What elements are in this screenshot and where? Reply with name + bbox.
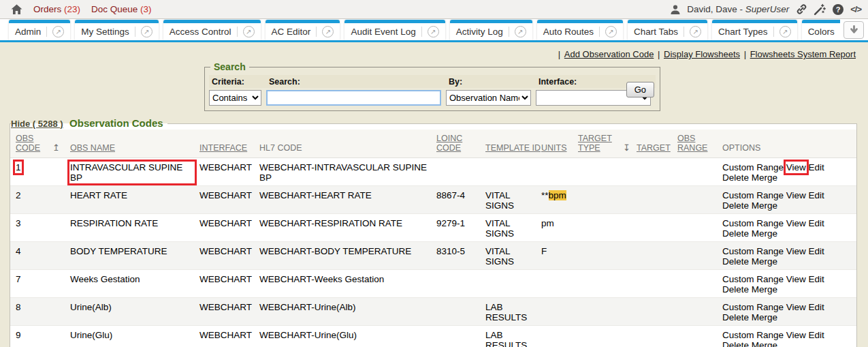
merge-option[interactable]: Merge	[752, 172, 777, 183]
doc-queue-label: Doc Queue	[91, 4, 138, 14]
home-icon[interactable]	[11, 4, 22, 15]
tab-label: AC Editor	[272, 27, 311, 37]
edit-option[interactable]: Edit	[809, 302, 824, 312]
edit-option[interactable]: Edit	[809, 218, 824, 228]
header-obs-code[interactable]: OBS CODE	[16, 134, 40, 153]
units-prefix: **	[541, 190, 549, 200]
flowsheets-system-report-link[interactable]: Flowsheets System Report	[750, 49, 856, 59]
wand-icon[interactable]	[814, 3, 826, 16]
header-interface[interactable]: INTERFACE	[199, 143, 247, 153]
tab-label: My Settings	[81, 27, 129, 37]
edit-option[interactable]: Edit	[809, 246, 824, 256]
tab-activity-log[interactable]: Activity Log↗	[450, 20, 532, 40]
hl7-code-cell: WEBCHART-INTRAVASCULAR SUPINE BP	[259, 158, 436, 186]
delete-option[interactable]: Delete	[722, 256, 749, 267]
sort-descending-icon[interactable]: ↧	[623, 142, 630, 153]
view-option[interactable]: View	[786, 190, 806, 200]
delete-option[interactable]: Delete	[722, 172, 749, 183]
header-loinc-code[interactable]: LOINC CODE	[436, 134, 462, 153]
code-icon[interactable]: </>	[850, 4, 861, 14]
display-flowsheets-link[interactable]: Display Flowsheets	[664, 49, 740, 59]
tab-divider	[46, 27, 47, 37]
sort-ascending-icon[interactable]: ↥	[52, 142, 60, 153]
options-cell: Custom Range View Edit Delete Merge	[722, 186, 856, 214]
view-option[interactable]: View	[786, 246, 806, 256]
merge-option[interactable]: Merge	[752, 200, 777, 211]
header-template-id[interactable]: TEMPLATE ID	[485, 143, 541, 153]
delete-option[interactable]: Delete	[722, 200, 749, 211]
hide-count-link[interactable]: Hide ( 5288 )	[11, 119, 63, 129]
open-in-new-icon[interactable]: ↗	[243, 26, 255, 37]
tab-label: Auto Routes	[543, 27, 594, 37]
hl7-code-cell: WEBCHART-HEART RATE	[259, 186, 436, 214]
open-in-new-icon[interactable]: ↗	[605, 26, 617, 37]
custom-range-option[interactable]: Custom Range	[722, 302, 784, 312]
help-icon[interactable]: ?	[832, 3, 844, 16]
edit-option[interactable]: Edit	[809, 274, 824, 284]
header-target-type[interactable]: TARGET TYPE	[578, 134, 612, 153]
orders-count: (23)	[64, 4, 80, 14]
header-obs-name[interactable]: OBS NAME	[70, 143, 115, 153]
merge-option[interactable]: Merge	[752, 284, 777, 295]
search-input[interactable]	[266, 90, 441, 106]
merge-option[interactable]: Merge	[752, 312, 777, 322]
view-option-annotated[interactable]: View	[786, 162, 806, 172]
current-user[interactable]: David, Dave - SuperUser	[687, 4, 789, 14]
nav-doc-queue[interactable]: Doc Queue (3)	[91, 4, 152, 14]
go-button[interactable]: Go	[626, 82, 654, 97]
open-in-new-icon[interactable]: ↗	[515, 26, 526, 37]
open-in-new-icon[interactable]: ↗	[779, 26, 791, 37]
merge-option[interactable]: Merge	[752, 228, 777, 239]
tab-my-settings[interactable]: My Settings↗	[75, 20, 159, 40]
open-in-new-icon[interactable]: ↗	[141, 26, 152, 37]
header-obs-range[interactable]: OBS RANGE	[677, 134, 707, 153]
header-units[interactable]: UNITS	[541, 143, 567, 153]
view-option[interactable]: View	[786, 330, 806, 340]
view-option[interactable]: View	[786, 302, 806, 312]
edit-option[interactable]: Edit	[809, 190, 824, 200]
custom-range-option[interactable]: Custom Range	[722, 274, 784, 284]
tab-admin[interactable]: Admin↗	[9, 20, 70, 40]
target-type-cell	[578, 270, 623, 298]
custom-range-option[interactable]: Custom Range	[722, 246, 784, 256]
by-select[interactable]: Observation Name	[446, 90, 531, 106]
merge-option[interactable]: Merge	[752, 340, 777, 347]
delete-option[interactable]: Delete	[722, 284, 749, 295]
merge-option[interactable]: Merge	[752, 256, 777, 267]
open-in-new-icon[interactable]: ↗	[52, 26, 64, 37]
edit-option[interactable]: Edit	[809, 330, 824, 340]
tab-ac-editor[interactable]: AC Editor↗	[266, 20, 340, 40]
obs-code-cell: 4	[10, 242, 52, 270]
add-observation-code-link[interactable]: Add Observation Code	[564, 49, 654, 59]
tab-chart-tabs[interactable]: Chart Tabs↗	[628, 20, 707, 40]
tab-access-control[interactable]: Access Control↗	[163, 20, 261, 40]
edit-option[interactable]: Edit	[809, 162, 824, 172]
tab-auto-routes[interactable]: Auto Routes↗	[537, 20, 623, 40]
view-option[interactable]: View	[786, 218, 806, 228]
custom-range-option[interactable]: Custom Range	[722, 218, 784, 228]
tab-chart-types[interactable]: Chart Types↗	[712, 20, 797, 40]
nav-orders[interactable]: Orders (23)	[33, 4, 80, 14]
header-target[interactable]: TARGET	[637, 143, 671, 153]
custom-range-option[interactable]: Custom Range	[722, 330, 784, 340]
open-in-new-icon[interactable]: ↗	[428, 26, 439, 37]
open-in-new-icon[interactable]: ↗	[322, 26, 334, 37]
arrow-down-icon	[849, 25, 859, 35]
obs-range-cell	[677, 298, 722, 326]
tab-label: Colors	[808, 27, 835, 37]
link-icon[interactable]	[795, 3, 807, 16]
custom-range-option[interactable]: Custom Range	[722, 162, 784, 172]
view-option[interactable]: View	[786, 274, 806, 284]
open-in-new-icon[interactable]: ↗	[690, 26, 701, 37]
criteria-select[interactable]: Contains	[209, 90, 261, 106]
delete-option[interactable]: Delete	[722, 340, 749, 347]
custom-range-option[interactable]: Custom Range	[722, 190, 784, 200]
tab-audit-event-log[interactable]: Audit Event Log↗	[344, 20, 445, 40]
criteria-label: Criteria:	[209, 75, 266, 88]
table-row: 3 RESPIRATION RATE WEBCHART WEBCHART-RES…	[10, 214, 856, 242]
loinc-code-cell	[436, 158, 485, 186]
more-tabs-button[interactable]	[843, 21, 864, 39]
search-panel: Search Criteria: Search: By: Interface: …	[204, 61, 660, 111]
delete-option[interactable]: Delete	[722, 228, 749, 239]
delete-option[interactable]: Delete	[722, 312, 749, 322]
